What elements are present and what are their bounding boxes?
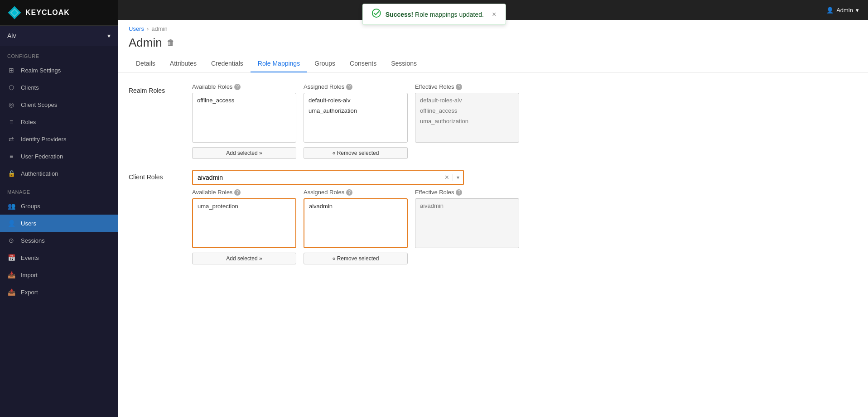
tab-consents[interactable]: Consents <box>342 55 384 72</box>
client-effective-role-item: aivadmin <box>415 201 519 211</box>
sidebar-item-groups[interactable]: 👥 Groups <box>0 197 118 215</box>
realm-effective-roles-column: Effective Roles ? default-roles-aiv offl… <box>415 83 519 145</box>
realm-available-listbox-wrapper: offline_access <box>192 93 296 143</box>
admin-user-label: Admin <box>836 7 853 14</box>
client-available-help-icon[interactable]: ? <box>234 189 241 196</box>
sidebar-item-user-federation[interactable]: ≡ User Federation <box>0 148 118 165</box>
client-roles-clear-button[interactable]: × <box>441 173 453 182</box>
admin-dropdown-icon: ▾ <box>856 7 859 14</box>
realm-effective-roles-header: Effective Roles ? <box>415 83 519 90</box>
sidebar-item-label: Sessions <box>21 237 45 244</box>
sessions-icon: ⊙ <box>7 236 15 244</box>
sidebar-item-label: Clients <box>21 84 39 91</box>
tab-attributes[interactable]: Attributes <box>163 55 204 72</box>
client-effective-roles-header: Effective Roles ? <box>415 189 519 196</box>
client-roles-input-wrapper: × ▾ <box>192 170 464 185</box>
realm-selector[interactable]: Aiv ▾ <box>0 26 118 46</box>
realm-name: Aiv <box>7 32 16 39</box>
delete-user-button[interactable]: 🗑 <box>167 38 175 48</box>
sidebar-item-users[interactable]: 👤 Users <box>0 215 118 232</box>
realm-effective-listbox-wrapper: default-roles-aiv offline_access uma_aut… <box>415 93 519 143</box>
realm-remove-selected-button[interactable]: « Remove selected <box>304 147 408 159</box>
realm-available-help-icon[interactable]: ? <box>234 84 241 90</box>
sidebar-item-events[interactable]: 📅 Events <box>0 249 118 266</box>
client-add-selected-button[interactable]: Add selected » <box>192 253 296 264</box>
breadcrumb-separator: › <box>147 25 149 32</box>
client-effective-roles-listbox: aivadmin <box>415 198 519 248</box>
client-effective-help-icon[interactable]: ? <box>456 189 462 196</box>
admin-user-menu[interactable]: 👤 Admin ▾ <box>826 7 859 14</box>
tab-details[interactable]: Details <box>129 55 163 72</box>
sidebar-item-label: Identity Providers <box>21 136 66 143</box>
client-effective-listbox-wrapper: aivadmin <box>415 198 519 248</box>
client-available-roles-listbox[interactable]: uma_protection <box>192 198 296 248</box>
sidebar-item-roles[interactable]: ≡ Roles <box>0 113 118 130</box>
tab-credentials[interactable]: Credentials <box>204 55 251 72</box>
sidebar-item-realm-settings[interactable]: ⊞ Realm Settings <box>0 62 118 79</box>
tab-role-mappings[interactable]: Role Mappings <box>251 55 307 72</box>
client-assigned-help-icon[interactable]: ? <box>346 189 352 196</box>
user-federation-icon: ≡ <box>7 152 15 160</box>
realm-effective-roles-inner: default-roles-aiv offline_access uma_aut… <box>415 93 519 128</box>
client-available-role-item[interactable]: uma_protection <box>193 201 295 211</box>
realm-assigned-role-item[interactable]: default-roles-aiv <box>304 95 407 105</box>
realm-available-role-item[interactable]: offline_access <box>193 95 296 105</box>
sidebar-item-label: Roles <box>21 119 36 125</box>
sidebar-item-label: User Federation <box>21 153 63 160</box>
sidebar-item-import[interactable]: 📥 Import <box>0 266 118 283</box>
client-scopes-icon: ◎ <box>7 101 15 109</box>
client-effective-roles-column: Effective Roles ? aivadmin <box>415 189 519 264</box>
sidebar-item-authentication[interactable]: 🔒 Authentication <box>0 165 118 182</box>
sidebar-item-label: Events <box>21 254 39 261</box>
client-roles-input[interactable] <box>193 171 441 184</box>
sidebar-item-sessions[interactable]: ⊙ Sessions <box>0 232 118 249</box>
events-icon: 📅 <box>7 254 15 262</box>
client-roles-columns: Available Roles ? uma_protection <box>192 189 857 264</box>
users-icon: 👤 <box>7 219 15 227</box>
sidebar-item-label: Realm Settings <box>21 67 61 74</box>
client-assigned-roles-header: Assigned Roles ? <box>304 189 408 196</box>
client-available-roles-inner: uma_protection <box>193 199 295 213</box>
roles-icon: ≡ <box>7 118 15 126</box>
realm-assigned-help-icon[interactable]: ? <box>346 84 352 90</box>
sidebar-item-label: Users <box>21 220 36 227</box>
realm-roles-label: Realm Roles <box>129 83 192 94</box>
realm-add-selected-button[interactable]: Add selected » <box>192 147 296 159</box>
keycloak-logo: KEYCLOAK <box>7 5 70 20</box>
realm-assigned-listbox-wrapper: default-roles-aiv uma_authorization <box>304 93 408 143</box>
notification-bar: Success! Role mappings updated. × <box>362 4 506 25</box>
client-assigned-roles-listbox[interactable]: aivadmin <box>304 198 408 248</box>
realm-assigned-roles-listbox[interactable]: default-roles-aiv uma_authorization <box>304 93 408 143</box>
breadcrumb-current: admin <box>151 25 167 32</box>
realm-assigned-roles-header: Assigned Roles ? <box>304 83 408 90</box>
sidebar-item-identity-providers[interactable]: ⇄ Identity Providers <box>0 130 118 148</box>
page-title-row: Admin 🗑 <box>118 32 868 50</box>
sidebar-item-clients[interactable]: ⬡ Clients <box>0 79 118 96</box>
realm-effective-roles-listbox: default-roles-aiv offline_access uma_aut… <box>415 93 519 143</box>
sidebar-item-export[interactable]: 📤 Export <box>0 283 118 301</box>
client-remove-selected-button[interactable]: « Remove selected <box>304 253 408 264</box>
export-icon: 📤 <box>7 288 15 296</box>
realm-assigned-roles-inner: default-roles-aiv uma_authorization <box>304 93 407 118</box>
client-available-roles-column: Available Roles ? uma_protection <box>192 189 296 264</box>
realm-effective-help-icon[interactable]: ? <box>456 84 462 90</box>
realm-available-roles-listbox[interactable]: offline_access <box>192 93 296 143</box>
client-roles-section: Client Roles × ▾ Available Roles <box>129 170 857 264</box>
tab-sessions[interactable]: Sessions <box>384 55 424 72</box>
role-mappings-content: Realm Roles Available Roles ? offline_ac… <box>118 72 868 275</box>
main-content: 👤 Admin ▾ Users › admin Admin 🗑 Details … <box>118 0 868 417</box>
client-roles-dropdown-button[interactable]: ▾ <box>453 174 463 181</box>
realm-dropdown-icon: ▾ <box>107 32 111 39</box>
realm-roles-section: Realm Roles Available Roles ? offline_ac… <box>129 83 857 159</box>
identity-providers-icon: ⇄ <box>7 135 15 143</box>
client-assigned-role-item[interactable]: aivadmin <box>304 201 407 211</box>
breadcrumb-users-link[interactable]: Users <box>129 25 144 32</box>
sidebar-item-client-scopes[interactable]: ◎ Client Scopes <box>0 96 118 113</box>
realm-assigned-role-item[interactable]: uma_authorization <box>304 105 407 116</box>
tab-groups[interactable]: Groups <box>307 55 342 72</box>
sidebar-item-label: Authentication <box>21 170 58 177</box>
realm-available-roles-header: Available Roles ? <box>192 83 296 90</box>
realm-effective-role-item: uma_authorization <box>415 116 519 126</box>
notification-close-button[interactable]: × <box>492 10 496 19</box>
notification-text: Success! Role mappings updated. <box>386 11 484 18</box>
